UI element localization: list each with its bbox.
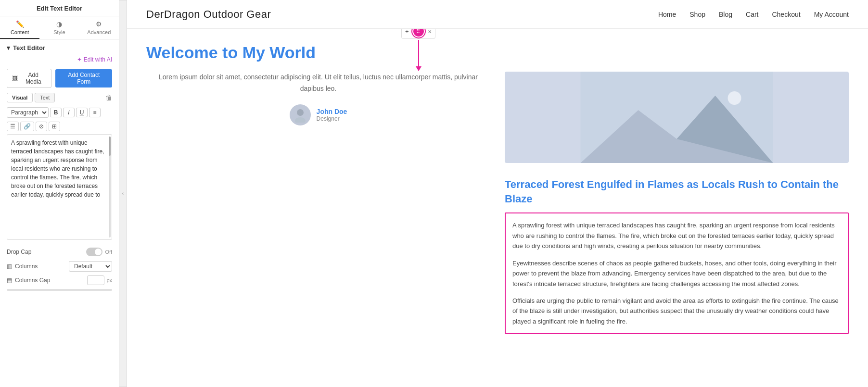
scrollbar-thumb[interactable] <box>109 137 111 156</box>
columns-select[interactable]: Default 2 3 <box>69 261 112 272</box>
edit-ai-row: ✦ Edit with AI <box>0 54 119 67</box>
sidebar-tabs: ✏️ Content ◑ Style ⚙ Advanced <box>0 16 119 39</box>
scrollbar[interactable] <box>109 137 111 237</box>
tab-content[interactable]: ✏️ Content <box>0 16 39 39</box>
svg-point-0 <box>297 109 304 116</box>
tab-style[interactable]: ◑ Style <box>39 16 79 39</box>
columns-row: ▥ Columns Default 2 3 <box>0 259 119 274</box>
svg-point-5 <box>728 91 741 105</box>
unlink-button[interactable]: ⊘ <box>36 122 47 131</box>
view-visual-button[interactable]: Visual <box>7 93 33 102</box>
article-paragraph2: Eyewitnesses describe scenes of chaos as… <box>512 258 841 289</box>
nav-home[interactable]: Home <box>658 11 676 18</box>
main-content: DerDragon Outdoor Gear Home Shop Blog Ca… <box>127 0 868 387</box>
view-text-button[interactable]: Text <box>35 93 55 102</box>
add-contact-form-button[interactable]: Add Contact Form <box>55 69 112 87</box>
format-toolbar: Paragraph Heading 1 Heading 2 Heading 3 … <box>0 105 119 121</box>
author-name: John Doe <box>317 108 347 115</box>
columns-gap-row: ▤ Columns Gap px <box>0 274 119 287</box>
nav-checkout[interactable]: Checkout <box>772 11 800 18</box>
advanced-icon: ⚙ <box>96 20 102 28</box>
edit-with-ai-button[interactable]: ✦ Edit with AI <box>77 56 112 63</box>
sidebar-header: Edit Text Editor <box>0 0 119 16</box>
drop-cap-row: Drop Cap Off <box>0 245 119 259</box>
toggle-track[interactable] <box>86 248 102 256</box>
article-paragraph1: A sprawling forest with unique terraced … <box>512 220 841 251</box>
slider-row[interactable] <box>0 287 119 296</box>
style-icon: ◑ <box>56 20 62 28</box>
bullet-list-button[interactable]: ☰ <box>7 122 19 131</box>
lorem-text: Lorem ipsum dolor sit amet, consectetur … <box>146 72 490 95</box>
article-text-box: A sprawling forest with unique terraced … <box>505 212 849 334</box>
gap-icon: ▤ <box>7 277 12 284</box>
site-title: DerDragon Outdoor Gear <box>146 8 271 21</box>
arrow-line <box>418 40 419 66</box>
nav-blog[interactable]: Blog <box>719 11 732 18</box>
nav-my-account[interactable]: My Account <box>814 11 849 18</box>
text-editor-content[interactable]: A sprawling forest with unique terraced … <box>7 135 112 231</box>
toggle-thumb <box>95 249 102 255</box>
delete-button[interactable]: 🗑 <box>105 94 112 101</box>
table-button[interactable]: ⊞ <box>49 122 60 131</box>
add-media-button[interactable]: 🖼 Add Media <box>7 69 51 88</box>
top-nav: DerDragon Outdoor Gear Home Shop Blog Ca… <box>127 0 868 29</box>
nav-shop[interactable]: Shop <box>689 11 705 18</box>
text-editor-area[interactable]: A sprawling forest with unique terraced … <box>7 134 112 240</box>
arrow-head <box>416 66 421 71</box>
two-column-layout: Lorem ipsum dolor sit amet, consectetur … <box>146 72 849 163</box>
editor-toolbar-row: Visual Text 🗑 <box>0 93 119 105</box>
article-left-spacer <box>146 177 490 334</box>
paragraph-format-select[interactable]: Paragraph Heading 1 Heading 2 Heading 3 <box>7 107 49 118</box>
author-info: John Doe Designer <box>317 108 347 122</box>
article-section: Terraced Forest Engulfed in Flames as Lo… <box>146 177 849 334</box>
section-title-row[interactable]: ▾ Text Editor <box>0 39 119 54</box>
columns-icon: ▥ <box>7 263 12 270</box>
content-icon: ✏️ <box>16 20 24 28</box>
author-row: John Doe Designer <box>146 104 490 125</box>
collapse-handle[interactable]: ‹ <box>119 0 127 387</box>
list-button[interactable]: ≡ <box>89 108 101 117</box>
link-button[interactable]: 🔗 <box>20 122 34 131</box>
ai-star-icon: ✦ <box>77 56 82 63</box>
article-title: Terraced Forest Engulfed in Flames as Lo… <box>505 177 849 206</box>
mountain-image-svg <box>505 72 849 163</box>
left-column: Lorem ipsum dolor sit amet, consectetur … <box>146 72 490 163</box>
tab-advanced[interactable]: ⚙ Advanced <box>79 16 119 39</box>
underline-button[interactable]: U <box>76 108 88 117</box>
section-arrow-icon: ▾ <box>7 44 10 51</box>
drag-handle-center[interactable]: ⠿ <box>412 29 425 37</box>
drag-close-button[interactable]: × <box>427 29 434 36</box>
format-toolbar2: ☰ 🔗 ⊘ ⊞ <box>0 121 119 134</box>
avatar-svg <box>293 107 308 123</box>
nav-cart[interactable]: Cart <box>746 11 758 18</box>
columns-gap-input[interactable] <box>87 275 104 285</box>
article-right: Terraced Forest Engulfed in Flames as Lo… <box>505 177 849 334</box>
author-avatar <box>290 104 311 125</box>
nav-links: Home Shop Blog Cart Checkout My Account <box>658 11 849 18</box>
italic-button[interactable]: I <box>63 108 75 117</box>
page-title: Welcome to My World <box>146 43 849 62</box>
bold-button[interactable]: B <box>50 108 62 117</box>
add-media-row: 🖼 Add Media Add Contact Form <box>0 67 119 93</box>
media-icon: 🖼 <box>12 75 18 82</box>
slider-track[interactable] <box>7 289 112 291</box>
svg-point-1 <box>295 117 306 123</box>
drag-dots-icon: ⠿ <box>416 29 421 35</box>
author-role: Designer <box>317 115 347 122</box>
left-sidebar: Edit Text Editor ✏️ Content ◑ Style ⚙ Ad… <box>0 0 119 387</box>
drop-cap-toggle[interactable]: Off <box>86 248 112 256</box>
placeholder-image <box>505 72 849 163</box>
drag-plus-button[interactable]: + <box>404 29 410 36</box>
page-content: Welcome to My World + ⠿ × <box>127 29 868 387</box>
right-column <box>505 72 849 163</box>
article-paragraph3: Officials are urging the public to remai… <box>512 296 841 326</box>
